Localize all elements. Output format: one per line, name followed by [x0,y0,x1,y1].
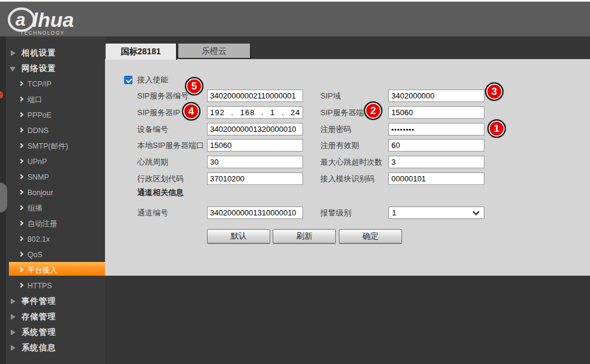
enable-checkbox[interactable] [124,76,132,84]
tab-gb28181[interactable]: 国标28181 [106,44,177,60]
sidebar-item-qos[interactable]: QoS [0,246,105,262]
admin-region-code-label: 行政区划代码 [137,172,184,185]
triangle-right-icon [11,345,16,351]
chevron-right-icon [18,190,23,195]
sidebar-item-label: 端口 [27,95,42,104]
sidebar-item-smtp[interactable]: SMTP(邮件) [0,138,105,153]
dahua-web-config-page: a lhua TECHNOLOGY 相机设置 网络设置 TCP/IP 端口 PP… [0,0,590,364]
chevron-right-icon [18,174,23,179]
confirm-button[interactable]: 确定 [339,229,402,243]
sidebar-item-label: 系统管理 [21,328,56,337]
alarm-level-label: 报警级别 [320,206,351,219]
chevron-down-icon [472,208,479,215]
channel-id-label: 通道编号 [137,206,168,219]
sidebar-item-label: 相机设置 [21,48,56,57]
chevron-right-icon [18,221,23,226]
sidebar-item-https[interactable]: HTTPS [0,277,105,293]
annotation-badge-3: 3 [485,82,503,101]
sidebar-item-multicast[interactable]: 组播 [0,200,105,215]
sip-domain-label: SIP域 [320,90,341,102]
register-valid-period-input[interactable] [388,139,484,152]
sip-domain-input[interactable] [388,90,484,102]
refresh-button[interactable]: 刷新 [273,229,336,243]
sidebar-item-label: 网络设置 [21,64,56,73]
svg-text:lhua: lhua [32,8,74,31]
sidebar-item-label: 自动注册 [27,220,57,228]
triangle-down-icon [10,67,16,72]
sidebar-item-bonjour[interactable]: Bonjour [0,184,105,200]
sidebar-item-system-info[interactable]: 系统信息 [0,340,105,355]
sidebar-item-label: DDNS [27,127,48,135]
sip-server-id-input[interactable] [207,90,303,102]
admin-region-code-input[interactable] [207,172,303,185]
sip-server-id-label: SIP服务器编号 [137,90,189,102]
sidebar-nav: 相机设置 网络设置 TCP/IP 端口 PPPoE DDNS SMTP(邮件) [0,36,105,364]
sidebar-item-label: 组播 [27,204,42,212]
chevron-right-icon [18,159,23,164]
access-module-id-label: 接入模块识别码 [320,172,375,185]
dahua-logo: a lhua TECHNOLOGY [7,5,109,39]
chevron-right-icon [18,252,23,257]
chevron-right-icon [18,112,23,117]
chevron-right-icon [18,283,23,288]
logo-a: a [16,10,26,29]
sidebar-item-label: 802.1x [27,235,50,243]
sidebar-item-upnp[interactable]: UPnP [0,153,105,169]
sidebar-item-storage-management[interactable]: 存储管理 [0,309,105,324]
sidebar-item-label: PPPoE [27,111,51,119]
channel-id-input[interactable] [207,206,303,219]
sidebar-item-camera-settings[interactable]: 相机设置 [0,45,105,60]
max-heartbeat-timeout-input[interactable] [388,156,484,168]
sidebar-item-label: QoS [27,251,42,259]
alarm-level-select[interactable]: 1 [388,206,484,219]
sidebar-item-label: Bonjour [27,189,53,197]
device-id-input[interactable] [207,123,303,135]
sidebar-item-auto-register[interactable]: 自动注册 [0,215,105,231]
chevron-right-icon [18,97,23,101]
sip-server-ip-label: SIP服务器IP [137,106,180,119]
device-id-label: 设备编号 [137,123,168,135]
sidebar-item-label: 存储管理 [21,312,56,321]
default-button[interactable]: 默认 [207,229,270,243]
sidebar-item-platform-access[interactable]: 平台接入 [0,262,105,277]
chevron-right-icon [18,128,23,132]
annotation-badge-2: 2 [364,101,382,120]
sidebar-item-label: 系统信息 [21,343,56,352]
sidebar-item-label: HTTPS [27,282,52,290]
local-sip-server-port-input[interactable] [207,139,303,152]
sidebar-item-network-settings[interactable]: 网络设置 [0,60,105,76]
access-module-id-input[interactable] [388,172,484,185]
triangle-right-icon [11,50,16,56]
sidebar-item-label: SNMP [27,173,49,181]
sidebar-item-label: TCP/IP [27,80,51,88]
sidebar-item-port[interactable]: 端口 [0,91,105,107]
sidebar-item-8021x[interactable]: 802.1x [0,231,105,246]
sidebar-item-label: 平台接入 [27,266,57,274]
sidebar-item-label: UPnP [27,158,47,166]
header-bar: a lhua TECHNOLOGY [0,2,590,36]
heartbeat-period-input[interactable] [207,156,303,168]
sidebar-item-label: SMTP(邮件) [27,142,68,150]
sidebar-item-event-management[interactable]: 事件管理 [0,293,105,309]
max-heartbeat-timeout-label: 最大心跳超时次数 [320,156,382,168]
sidebar-item-ddns[interactable]: DDNS [0,122,105,138]
sidebar-item-system-management[interactable]: 系统管理 [0,324,105,340]
register-valid-period-label: 注册有效期 [320,139,359,152]
sip-server-port-input[interactable] [388,106,484,119]
register-password-input[interactable] [388,123,484,135]
annotation-badge-5: 5 [185,77,203,95]
triangle-right-icon [11,298,16,304]
chevron-right-icon [18,236,23,241]
sidebar-item-tcpip[interactable]: TCP/IP [0,76,105,91]
platform-access-panel: 接入使能 SIP服务器编号 SIP域 SIP服务器IP SIP服务器端口 设备编… [105,59,590,276]
annotation-badge-4: 4 [182,102,200,121]
collapse-handle[interactable] [0,183,7,212]
tab-lechengyun[interactable]: 乐橙云 [178,44,250,58]
sidebar-item-snmp[interactable]: SNMP [0,169,105,184]
sip-server-ip-input[interactable] [207,106,303,119]
heartbeat-period-label: 心跳周期 [137,156,168,168]
triangle-right-icon [11,314,16,320]
channel-info-section-title: 通道相关信息 [137,187,184,198]
sidebar-item-pppoe[interactable]: PPPoE [0,107,105,122]
svg-text:TECHNOLOGY: TECHNOLOGY [20,30,65,36]
